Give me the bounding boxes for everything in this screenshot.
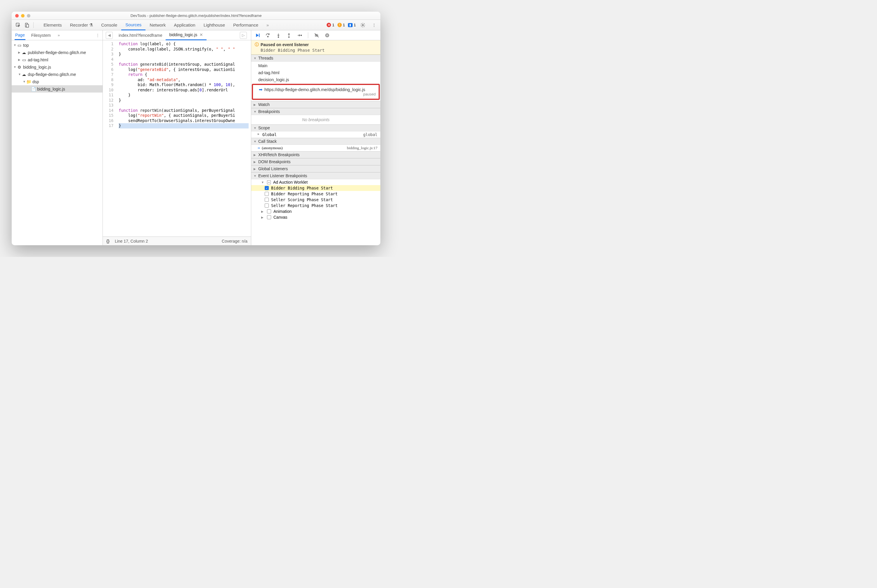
- breakpoints-header[interactable]: ▼Breakpoints: [251, 108, 381, 115]
- warnings-badge[interactable]: !1: [337, 23, 345, 27]
- settings-button[interactable]: [359, 21, 367, 29]
- minimize-window-button[interactable]: [21, 14, 24, 18]
- section-label: Threads: [258, 56, 273, 60]
- zoom-window-button[interactable]: [27, 14, 30, 18]
- scope-header[interactable]: ▼Scope: [251, 124, 381, 131]
- thread-decision[interactable]: decision_logic.js: [251, 76, 381, 83]
- svg-point-5: [268, 36, 268, 37]
- warning-icon: !: [337, 23, 342, 27]
- frame-icon: ▭: [22, 57, 26, 62]
- tree-item-bidding-logic-file[interactable]: 📄bidding_logic.js: [12, 85, 102, 93]
- tab-performance[interactable]: Performance: [229, 20, 262, 30]
- checkbox-checked-icon[interactable]: ✓: [265, 186, 269, 190]
- more-tabs-button[interactable]: »: [262, 20, 273, 30]
- section-label: Global Listeners: [258, 166, 288, 171]
- current-frame-icon: ➡: [258, 146, 260, 150]
- ev-seller-reporting-start[interactable]: Seller Reporting Phase Start: [251, 202, 381, 208]
- tree-label: bidding_logic.js: [37, 87, 65, 92]
- navigator-tab-page[interactable]: Page: [15, 31, 26, 40]
- nav-back-button[interactable]: ◀: [106, 32, 113, 39]
- step-into-button[interactable]: [275, 32, 282, 39]
- close-window-button[interactable]: [15, 14, 19, 18]
- current-thread-icon: ➡: [259, 87, 263, 92]
- pause-exceptions-button[interactable]: [323, 32, 331, 39]
- checkbox-icon[interactable]: [265, 192, 269, 196]
- tree-item-dsp-domain[interactable]: ▼☁dsp-fledge-demo.glitch.me: [12, 70, 102, 78]
- ev-label: Bidder Bidding Phase Start: [271, 186, 333, 190]
- global-listeners-header[interactable]: ▶Global Listeners: [251, 165, 381, 172]
- callstack-frame[interactable]: ➡(anonymous)bidding_logic.js:17: [251, 145, 381, 151]
- close-tab-icon[interactable]: ✕: [200, 32, 203, 37]
- ev-seller-scoring-start[interactable]: Seller Scoring Phase Start: [251, 197, 381, 202]
- js-file-icon: 📄: [31, 87, 36, 92]
- file-tab-index[interactable]: index.html?fencedframe: [115, 30, 165, 40]
- thread-bidding-highlighted[interactable]: ➡https://dsp-fledge-demo.glitch.me/dsp/b…: [252, 84, 380, 100]
- run-snippet-button[interactable]: ▷: [240, 32, 247, 39]
- paused-reason: Bidder Bidding Phase Start: [260, 48, 377, 52]
- section-label: Scope: [258, 126, 270, 130]
- ev-bidder-reporting-start[interactable]: Bidder Reporting Phase Start: [251, 191, 381, 197]
- info-icon: ⓘ: [255, 42, 259, 47]
- step-out-button[interactable]: [285, 32, 293, 39]
- traffic-lights: [15, 14, 30, 18]
- deactivate-breakpoints-button[interactable]: [313, 32, 320, 39]
- xhr-breakpoints-header[interactable]: ▶XHR/fetch Breakpoints: [251, 151, 381, 158]
- ev-bidder-bidding-start[interactable]: ✓Bidder Bidding Phase Start: [251, 185, 381, 191]
- watch-header[interactable]: ▶Watch: [251, 101, 381, 108]
- line-gutter: 1234567891011121314151617: [103, 40, 116, 237]
- thread-url: https://dsp-fledge-demo.glitch.me/dsp/bi…: [265, 87, 365, 92]
- tree-label: bidding_logic.js: [23, 65, 51, 69]
- tab-recorder[interactable]: Recorder ⚗: [66, 20, 97, 30]
- step-button[interactable]: [296, 32, 303, 39]
- checkbox-icon[interactable]: [267, 215, 271, 219]
- tab-application[interactable]: Application: [170, 20, 199, 30]
- checkbox-icon[interactable]: [267, 209, 271, 213]
- frame-name: (anonymous): [262, 146, 283, 150]
- titlebar: DevTools - publisher-fledge-demo.glitch.…: [12, 12, 381, 20]
- scope-global[interactable]: ▶Globalglobal: [251, 131, 381, 138]
- ev-category-canvas[interactable]: ▶Canvas: [251, 214, 381, 220]
- more-menu-button[interactable]: ⋮: [370, 21, 378, 29]
- thread-adtag[interactable]: ad-tag.html: [251, 69, 381, 76]
- callstack-header[interactable]: ▼Call Stack: [251, 138, 381, 145]
- tab-console[interactable]: Console: [97, 20, 121, 30]
- tab-elements[interactable]: Elements: [39, 20, 66, 30]
- editor-statusbar: {} Line 17, Column 2 Coverage: n/a: [103, 237, 251, 245]
- step-over-button[interactable]: [264, 32, 272, 39]
- tab-sources[interactable]: Sources: [121, 20, 146, 30]
- code-editor[interactable]: 1234567891011121314151617 function log(l…: [103, 40, 251, 237]
- checkbox-icon[interactable]: [265, 204, 269, 208]
- dom-breakpoints-header[interactable]: ▶DOM Breakpoints: [251, 158, 381, 165]
- tree-item-bidding-worklet[interactable]: ▼⚙bidding_logic.js: [12, 63, 102, 70]
- issues-badge[interactable]: ▮1: [348, 23, 356, 27]
- tree-item-ad-tag[interactable]: ▶▭ad-tag.html: [12, 56, 102, 63]
- svg-point-3: [362, 24, 364, 26]
- errors-badge[interactable]: ✕1: [326, 23, 334, 27]
- tree-item-dsp-folder[interactable]: ▼📁dsp: [12, 78, 102, 85]
- thread-main[interactable]: Main: [251, 62, 381, 69]
- tree-item-publisher-domain[interactable]: ▶☁publisher-fledge-demo.glitch.me: [12, 49, 102, 56]
- resume-button[interactable]: [254, 32, 261, 39]
- navigator-tab-filesystem[interactable]: Filesystem: [31, 31, 51, 39]
- section-label: XHR/fetch Breakpoints: [258, 152, 300, 157]
- debug-toolbar: [251, 30, 381, 40]
- inspect-element-button[interactable]: [14, 21, 22, 29]
- navigator-menu-button[interactable]: ⋮: [96, 33, 99, 38]
- threads-header[interactable]: ▼Threads: [251, 55, 381, 62]
- navigator-more-button[interactable]: »: [58, 33, 60, 38]
- tree-item-top[interactable]: ▼▭top: [12, 42, 102, 49]
- svg-rect-10: [326, 34, 327, 36]
- tab-lighthouse[interactable]: Lighthouse: [200, 20, 229, 30]
- device-toggle-button[interactable]: [23, 21, 31, 29]
- devtools-window: DevTools - publisher-fledge-demo.glitch.…: [12, 12, 381, 245]
- paused-banner: ⓘPaused on event listener Bidder Bidding…: [251, 40, 381, 55]
- flask-icon: ⚗: [89, 22, 93, 28]
- ev-category-animation[interactable]: ▶Animation: [251, 208, 381, 214]
- tab-network[interactable]: Network: [146, 20, 170, 30]
- event-listener-bp-header[interactable]: ▼Event Listener Breakpoints: [251, 172, 381, 179]
- paused-title: Paused on event listener: [260, 42, 309, 47]
- file-tab-bidding[interactable]: bidding_logic.js✕: [165, 30, 206, 40]
- checkbox-icon[interactable]: [265, 198, 269, 202]
- ev-category-ad-auction[interactable]: ▼−Ad Auction Worklet: [251, 179, 381, 185]
- pretty-print-button[interactable]: {}: [106, 239, 110, 243]
